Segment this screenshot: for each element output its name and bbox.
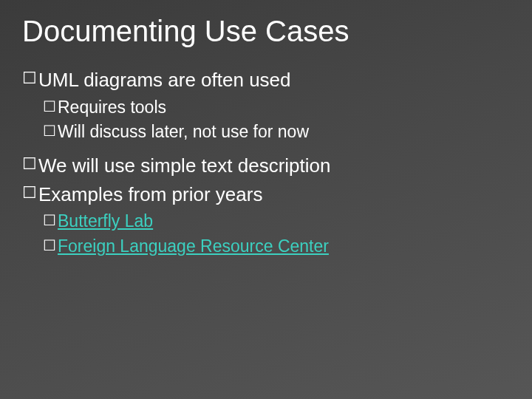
bullet-text: Requires tools [58, 97, 166, 119]
slide-title: Documenting Use Cases [22, 15, 510, 47]
bullet-text: UML diagrams are often used [38, 68, 291, 92]
bullet-level1: ☐ Examples from prior years [22, 183, 510, 207]
bullet-level2: ☐ Butterfly Lab [43, 211, 510, 233]
square-bullet-icon: ☐ [43, 211, 56, 231]
bullet-level2: ☐ Foreign Language Resource Center [43, 236, 510, 258]
spacer [22, 146, 510, 154]
square-bullet-icon: ☐ [22, 154, 37, 175]
bullet-text: Will discuss later, not use for now [58, 121, 309, 143]
bullet-text: Examples from prior years [38, 183, 262, 207]
bullet-level2: ☐ Requires tools [43, 97, 510, 119]
bullet-level1: ☐ UML diagrams are often used [22, 68, 510, 92]
square-bullet-icon: ☐ [43, 121, 56, 141]
bullet-level2: ☐ Will discuss later, not use for now [43, 121, 510, 143]
bullet-level1: ☐ We will use simple text description [22, 154, 510, 178]
square-bullet-icon: ☐ [43, 97, 56, 117]
bullet-text: We will use simple text description [38, 154, 330, 178]
square-bullet-icon: ☐ [22, 68, 37, 89]
slide: Documenting Use Cases ☐ UML diagrams are… [0, 0, 532, 399]
link-foreign-language-resource-center[interactable]: Foreign Language Resource Center [58, 236, 329, 258]
square-bullet-icon: ☐ [22, 183, 37, 204]
link-butterfly-lab[interactable]: Butterfly Lab [58, 211, 153, 233]
square-bullet-icon: ☐ [43, 236, 56, 256]
